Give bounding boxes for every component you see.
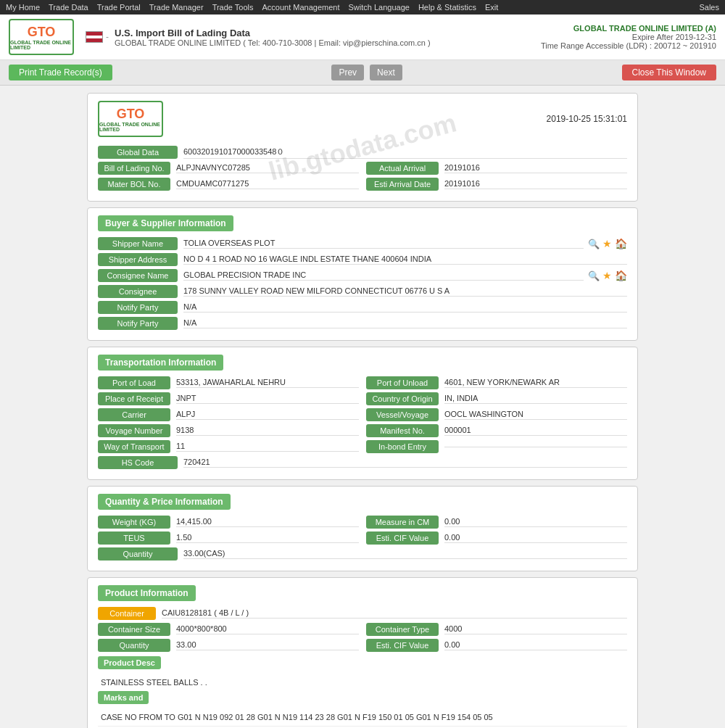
header-right: GLOBAL TRADE ONLINE LIMITED (A) Expire A… <box>541 24 716 50</box>
consignee-search-icon[interactable]: 🔍 <box>588 270 600 281</box>
close-button-top[interactable]: Close This Window <box>622 65 716 80</box>
shipper-name-label: Shipper Name <box>98 237 178 250</box>
country-origin-value: IN, INDIA <box>444 394 627 404</box>
weight-group: Weight (KG) 14,415.00 <box>98 516 359 529</box>
notify-party-value-1: N/A <box>183 302 627 313</box>
master-bol-value: CMDUAMC0771275 <box>176 179 359 189</box>
home-icon[interactable]: 🏠 <box>615 238 627 249</box>
master-bol-row: Mater BOL No. CMDUAMC0771275 Esti Arriva… <box>98 178 627 191</box>
hs-code-label: HS Code <box>98 456 178 469</box>
logo-box: GTO GLOBAL TRADE ONLINE LIMITED <box>9 19 74 55</box>
nav-trade-portal[interactable]: Trade Portal <box>97 3 141 12</box>
transportation-header: Transportation Information <box>98 355 627 376</box>
quantity-price-section: Quantity & Price Information Weight (KG)… <box>87 486 638 571</box>
shipper-address-value: NO D 4 1 ROAD NO 16 WAGLE INDL ESTATE TH… <box>183 255 627 265</box>
consignee-label: Consignee <box>98 285 178 298</box>
expire-date: Expire After 2019-12-31 <box>541 33 716 41</box>
header-bar: GTO GLOBAL TRADE ONLINE LIMITED - U.S. I… <box>0 15 725 60</box>
port-load-group: Port of Load 53313, JAWAHARLAL NEHRU <box>98 376 359 389</box>
doc-timestamp: 2019-10-25 15:31:01 <box>547 114 627 124</box>
nav-trade-manager[interactable]: Trade Manager <box>149 3 204 12</box>
nav-exit[interactable]: Exit <box>485 3 498 12</box>
nav-trade-tools[interactable]: Trade Tools <box>212 3 254 12</box>
measure-label: Measure in CM <box>366 516 439 529</box>
nav-trade-data[interactable]: Trade Data <box>49 3 88 12</box>
product-desc-header-row: Product Desc <box>98 656 627 675</box>
teus-value: 1.50 <box>176 533 359 543</box>
place-receipt-label: Place of Receipt <box>98 392 170 405</box>
consignee-star-icon[interactable]: ★ <box>602 270 612 281</box>
header-subtitle: GLOBAL TRADE ONLINE LIMITED ( Tel: 400-7… <box>115 38 541 47</box>
action-bar-top: Print Trade Record(s) Prev Next Close Th… <box>0 60 725 86</box>
print-button-top[interactable]: Print Trade Record(s) <box>9 65 112 80</box>
weight-measure-row: Weight (KG) 14,415.00 Measure in CM 0.00 <box>98 516 627 529</box>
us-flag <box>86 31 103 43</box>
nav-items: My Home Trade Data Trade Portal Trade Ma… <box>6 3 498 12</box>
marks-header-row: Marks and <box>98 691 627 710</box>
consignee-home-icon[interactable]: 🏠 <box>615 270 627 281</box>
esti-arrival-label: Esti Arrival Date <box>366 178 439 191</box>
container-type-group: Container Type 4000 <box>366 623 627 636</box>
global-data-value: 600320191017000033548０ <box>183 146 627 159</box>
time-range: Time Range Accessible (LDR) : 200712 ~ 2… <box>541 41 716 50</box>
way-transport-group: Way of Transport 11 <box>98 440 359 453</box>
vessel-label: Vessel/Voyage <box>366 408 439 421</box>
teus-label: TEUS <box>98 531 170 545</box>
hs-code-row: HS Code 720421 <box>98 456 627 469</box>
port-unload-label: Port of Unload <box>366 376 439 389</box>
place-receipt-group: Place of Receipt JNPT <box>98 392 359 405</box>
nav-my-home[interactable]: My Home <box>6 3 40 12</box>
port-unload-value: 4601, NEW YORK/NEWARK AR <box>444 378 627 388</box>
esti-arrival-value: 20191016 <box>444 179 627 189</box>
teus-cif-row: TEUS 1.50 Esti. CIF Value 0.00 <box>98 531 627 545</box>
manifest-value: 000001 <box>444 426 627 436</box>
quantity-label: Quantity <box>98 547 178 561</box>
cif-group: Esti. CIF Value 0.00 <box>366 531 627 545</box>
port-row: Port of Load 53313, JAWAHARLAL NEHRU Por… <box>98 376 627 389</box>
prod-cif-group: Esti. CIF Value 0.00 <box>366 639 627 652</box>
prev-button-top[interactable]: Prev <box>331 65 364 80</box>
port-load-value: 53313, JAWAHARLAL NEHRU <box>176 378 359 388</box>
shipper-name-row: Shipper Name TOLIA OVERSEAS PLOT 🔍 ★ 🏠 <box>98 237 627 250</box>
voyage-manifest-row: Voyage Number 9138 Manifest No. 000001 <box>98 424 627 437</box>
inbond-label: In-bond Entry <box>366 440 439 453</box>
product-info-title: Product Information <box>98 585 196 601</box>
notify-party-value-2: N/A <box>183 318 627 328</box>
country-origin-group: Country of Origin IN, INDIA <box>366 392 627 405</box>
header-title-area: U.S. Import Bill of Lading Data GLOBAL T… <box>115 28 541 47</box>
container-type-label: Container Type <box>366 623 439 636</box>
shipper-name-value: TOLIA OVERSEAS PLOT <box>183 239 584 249</box>
prod-cif-value: 0.00 <box>444 640 627 650</box>
carrier-label: Carrier <box>98 408 170 421</box>
shipper-icons: 🔍 ★ 🏠 <box>588 238 627 249</box>
document-card: lib.gtodata.com GTO GLOBAL TRADE ONLINE … <box>87 93 638 202</box>
logo-sub: GLOBAL TRADE ONLINE LIMITED <box>10 40 72 50</box>
product-info-header: Product Information <box>98 585 627 607</box>
nav-help-statistics[interactable]: Help & Statistics <box>418 3 476 12</box>
carrier-vessel-row: Carrier ALPJ Vessel/Voyage OOCL WASHINGT… <box>98 408 627 421</box>
port-unload-group: Port of Unload 4601, NEW YORK/NEWARK AR <box>366 376 627 389</box>
consignee-name-row: Consignee Name GLOBAL PRECISION TRADE IN… <box>98 269 627 282</box>
next-button-top[interactable]: Next <box>370 65 402 80</box>
marks-value: CASE NO FROM TO G01 N N19 092 01 28 G01 … <box>98 713 627 721</box>
notify-party-row-2: Notify Party N/A <box>98 317 627 330</box>
bol-value: ALPJNAVNYC07285 <box>176 163 359 173</box>
doc-header: GTO GLOBAL TRADE ONLINE LIMITED 2019-10-… <box>98 101 627 137</box>
shipper-address-label: Shipper Address <box>98 253 178 266</box>
doc-logo-text: GTO <box>117 107 145 122</box>
hs-code-value: 720421 <box>183 458 627 468</box>
way-inbond-row: Way of Transport 11 In-bond Entry <box>98 440 627 453</box>
voyage-label: Voyage Number <box>98 424 170 437</box>
buyer-supplier-section: Buyer & Supplier Information Shipper Nam… <box>87 207 638 341</box>
search-icon[interactable]: 🔍 <box>588 239 600 249</box>
star-icon[interactable]: ★ <box>602 238 612 249</box>
prod-quantity-cif-row: Quantity 33.00 Esti. CIF Value 0.00 <box>98 639 627 652</box>
nav-switch-language[interactable]: Switch Language <box>349 3 410 12</box>
nav-account-management[interactable]: Account Management <box>262 3 340 12</box>
actual-arrival-group: Actual Arrival 20191016 <box>366 162 627 175</box>
shipper-address-row: Shipper Address NO D 4 1 ROAD NO 16 WAGL… <box>98 253 627 266</box>
transportation-section: Transportation Information Port of Load … <box>87 347 638 480</box>
logo-area: GTO GLOBAL TRADE ONLINE LIMITED <box>9 19 74 55</box>
container-size-value: 4000*800*800 <box>176 624 359 634</box>
port-load-label: Port of Load <box>98 376 170 389</box>
